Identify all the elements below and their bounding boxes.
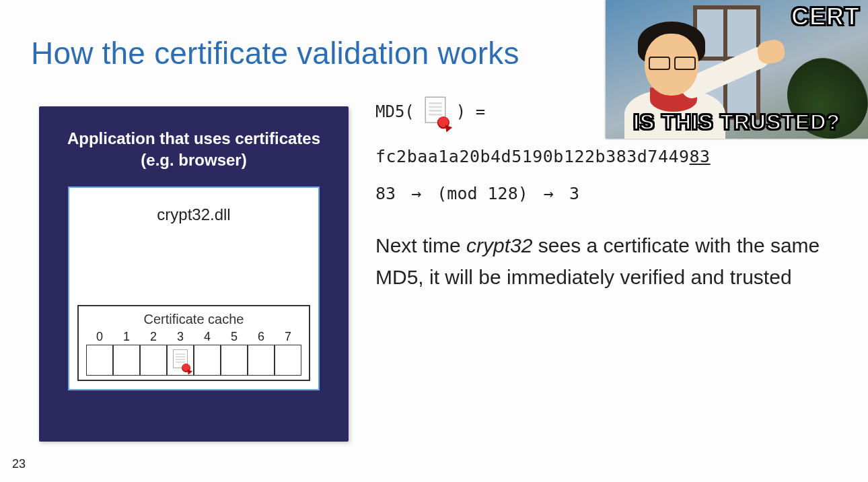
cache-index: 3 <box>167 330 194 345</box>
arrow-icon: → <box>544 184 554 203</box>
cache-index: 6 <box>248 330 275 345</box>
cache-index: 4 <box>194 330 221 345</box>
cache-slot <box>86 345 113 376</box>
hash-value: fc2baa1a20b4d5190b122b383d744983 <box>375 147 849 166</box>
certificate-icon <box>423 97 447 127</box>
crypt32-label: crypt32.dll <box>69 205 318 224</box>
slide: How the certificate validation works CER… <box>0 0 868 482</box>
cache-index-row: 0 1 2 3 4 5 6 7 <box>83 330 305 345</box>
cache-title: Certificate cache <box>83 312 305 327</box>
slide-title: How the certificate validation works <box>31 35 519 71</box>
cache-slot-filled <box>167 345 194 376</box>
mod-calculation: 83 → (mod 128) → 3 <box>375 184 849 203</box>
certificate-cache: Certificate cache 0 1 2 3 4 5 6 7 <box>77 305 310 381</box>
cache-slot <box>275 345 301 376</box>
explanation-text: Next time crypt32 sees a certificate wit… <box>375 230 846 293</box>
cache-index: 2 <box>140 330 167 345</box>
md5-expression: MD5( ) = <box>375 101 849 123</box>
diagram-header: Application that uses certificates (e.g.… <box>39 106 349 186</box>
arrow-icon: → <box>411 184 421 203</box>
md5-prefix: MD5( <box>375 102 414 121</box>
cache-slot <box>221 345 248 376</box>
meme-top-text: CERT <box>791 3 860 31</box>
cache-slot <box>248 345 275 376</box>
md5-suffix: ) = <box>456 102 485 121</box>
cache-slot <box>113 345 140 376</box>
cache-index: 7 <box>275 330 301 345</box>
cache-index: 1 <box>113 330 140 345</box>
cache-slot-row <box>83 345 305 376</box>
cache-index: 5 <box>221 330 248 345</box>
app-diagram: Application that uses certificates (e.g.… <box>39 106 349 442</box>
cache-slot <box>140 345 167 376</box>
cache-index: 0 <box>86 330 113 345</box>
crypt32-box: crypt32.dll Certificate cache 0 1 2 3 4 … <box>68 186 320 390</box>
hash-underlined: 83 <box>690 147 711 166</box>
certificate-icon <box>172 349 189 371</box>
cache-slot <box>194 345 221 376</box>
right-content: MD5( ) = fc2baa1a20b4d5190b122b383d74498… <box>375 101 849 293</box>
slide-number: 23 <box>12 457 26 471</box>
